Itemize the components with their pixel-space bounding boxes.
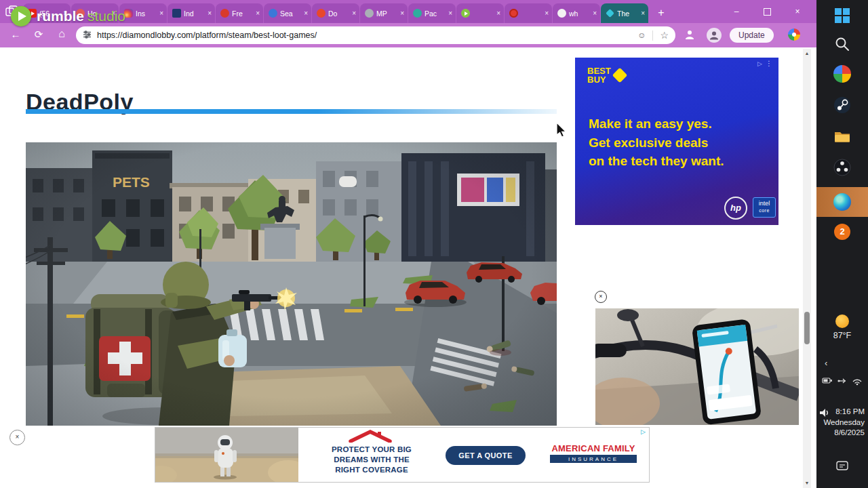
- tab-label: Sea: [280, 9, 302, 18]
- bestbuy-headline: Make it an easy yes. Get exclusive deals…: [589, 115, 768, 171]
- bestbuy-logo-line2: BUY: [587, 75, 611, 84]
- tab-close-icon[interactable]: ×: [593, 9, 597, 17]
- tab-close-icon[interactable]: ×: [256, 9, 260, 17]
- search-icon[interactable]: [833, 35, 851, 53]
- new-tab-button[interactable]: +: [652, 5, 670, 21]
- adchoices-icon[interactable]: ▷: [641, 428, 646, 435]
- rumble-play-icon: [11, 6, 31, 26]
- tab-close-icon[interactable]: ×: [400, 9, 404, 17]
- file-explorer-icon[interactable]: [833, 127, 851, 145]
- scrollbar-thumb[interactable]: [804, 312, 810, 344]
- tab-close-icon[interactable]: ×: [545, 9, 549, 17]
- tab-favicon: [365, 9, 374, 18]
- tab-close-icon[interactable]: ×: [208, 9, 212, 17]
- tab-close-icon[interactable]: ×: [496, 9, 500, 17]
- tab-favicon: [317, 9, 326, 18]
- rumble-favicon: [461, 9, 470, 18]
- bestbuy-headline-line1: Make it an easy yes.: [589, 115, 768, 134]
- tab-favicon: [557, 9, 566, 18]
- browser-tab[interactable]: Ind×: [167, 3, 215, 23]
- tab-label: Pac: [425, 9, 447, 18]
- tab-label: MP: [376, 9, 399, 18]
- tab-close-icon[interactable]: ×: [448, 9, 452, 17]
- tab-close-icon[interactable]: ×: [304, 9, 308, 17]
- game-screenshot: PETS: [26, 142, 557, 426]
- insurance-banner-ad[interactable]: PROTECT YOUR BIG DREAMS WITH THE RIGHT C…: [155, 427, 650, 483]
- bestbuy-ad[interactable]: BEST BUY ▷ ⋮ Make it an easy yes. Get ex…: [575, 58, 778, 225]
- feedback-smiley-icon[interactable]: ☺: [637, 30, 646, 40]
- site-permissions-icon[interactable]: [83, 29, 92, 41]
- usb-icon[interactable]: [837, 375, 848, 388]
- browser-tab[interactable]: MP×: [360, 3, 408, 23]
- browser-tab[interactable]: Ins×: [119, 3, 167, 23]
- scrollbar-up-icon[interactable]: ▲: [803, 49, 811, 58]
- maximize-icon: [764, 8, 771, 16]
- bestbuy-headline-line3: on the tech they want.: [589, 152, 768, 171]
- clock-date: 8/6/2025: [823, 428, 865, 439]
- notification-center-icon[interactable]: [835, 460, 849, 476]
- browser-tab[interactable]: ×: [456, 3, 504, 23]
- profile-avatar[interactable]: [707, 28, 722, 43]
- battery-icon[interactable]: [822, 375, 833, 388]
- intel-core-badge: intel core: [753, 197, 776, 218]
- extension-pinwheel-icon[interactable]: [788, 28, 800, 41]
- get-a-quote-button[interactable]: GET A QUOTE: [446, 446, 526, 465]
- adchoices-icon[interactable]: ▷: [757, 60, 762, 67]
- browser-tab[interactable]: Fre×: [216, 3, 263, 23]
- refresh-button[interactable]: ⟳: [31, 28, 46, 41]
- taskbar-clock[interactable]: 8:16 PM Wednesday 8/6/2025: [823, 407, 865, 439]
- close-banner-ad-icon[interactable]: ×: [9, 430, 25, 445]
- tab-favicon: [172, 9, 181, 18]
- clock-time: 8:16 PM: [823, 407, 865, 418]
- address-bar[interactable]: https://diamondlobby.com/platform/steam/…: [76, 26, 675, 44]
- close-window-button[interactable]: ×: [782, 0, 813, 23]
- notification-badge[interactable]: 2: [834, 224, 850, 240]
- tab-favicon: [269, 9, 277, 18]
- browser-tab[interactable]: wh×: [553, 3, 600, 23]
- tab-label: Fre: [232, 9, 254, 18]
- clock-day: Wednesday: [823, 418, 865, 428]
- home-button[interactable]: ⌂: [54, 28, 69, 40]
- browser-essentials-icon[interactable]: [684, 28, 696, 43]
- diamondlobby-favicon: [606, 9, 614, 18]
- tray-chevron-icon[interactable]: ‹: [825, 358, 827, 368]
- tab-close-icon[interactable]: ×: [641, 9, 645, 17]
- tab-close-icon[interactable]: ×: [159, 9, 163, 17]
- tab-label: wh: [569, 9, 591, 18]
- obs-icon[interactable]: [833, 159, 851, 176]
- steam-icon[interactable]: [833, 96, 851, 114]
- screen: (56× Ho× Ins× Ind× Fre× Sea× Do× MP× Pac…: [0, 0, 868, 488]
- minimize-button[interactable]: –: [721, 0, 752, 23]
- banner-headline-line1: PROTECT YOUR BIG: [317, 445, 426, 455]
- weather-temperature[interactable]: 87°F: [816, 331, 868, 340]
- bestbuy-headline-line2: Get exclusive deals: [589, 134, 768, 152]
- start-button-icon[interactable]: [833, 7, 851, 24]
- browser-tab[interactable]: Sea×: [264, 3, 311, 23]
- favorites-star-icon[interactable]: ☆: [660, 30, 669, 41]
- scrollbar-down-icon[interactable]: ▼: [803, 479, 811, 488]
- page-scrollbar[interactable]: [803, 49, 811, 488]
- close-ad-icon[interactable]: ×: [595, 291, 607, 303]
- tab-close-icon[interactable]: ×: [352, 9, 356, 17]
- browser-tab[interactable]: ×: [505, 3, 552, 23]
- ad-menu-icon[interactable]: ⋮: [766, 60, 772, 67]
- mouse-cursor: [556, 122, 568, 141]
- intel-badge-line2: core: [753, 207, 775, 214]
- back-button[interactable]: ←: [8, 28, 23, 40]
- wifi-icon[interactable]: [852, 375, 863, 388]
- maximize-button[interactable]: [751, 0, 783, 23]
- weather-sun-icon[interactable]: [835, 314, 849, 328]
- banner-headline-line3: RIGHT COVERAGE: [317, 465, 426, 475]
- update-button[interactable]: Update: [730, 28, 774, 43]
- colorful-app-icon[interactable]: [833, 65, 851, 83]
- amfam-roof-icon: [348, 429, 395, 445]
- intel-badge-line1: intel: [753, 199, 775, 207]
- edge-icon[interactable]: [833, 193, 851, 211]
- banner-headline: PROTECT YOUR BIG DREAMS WITH THE RIGHT C…: [317, 445, 426, 475]
- browser-tab[interactable]: Do×: [312, 3, 359, 23]
- browser-tab[interactable]: Pac×: [408, 3, 456, 23]
- browser-tab-active[interactable]: The×: [601, 3, 648, 23]
- rumble-brand-bold: rumble: [37, 8, 84, 24]
- motorcycle-phone-ad[interactable]: [595, 308, 799, 425]
- hp-logo: hp: [724, 197, 747, 220]
